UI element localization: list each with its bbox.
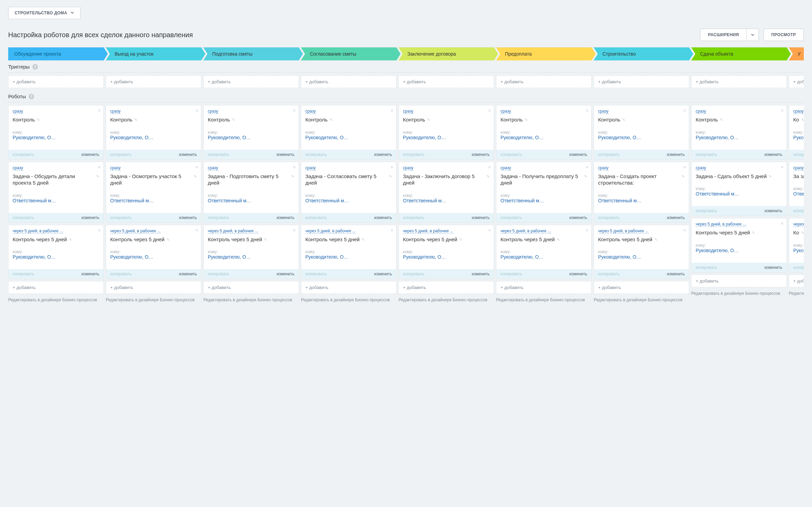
recipient-link[interactable]: Руководителю, О… (793, 135, 804, 140)
copy-button[interactable]: копировать (208, 215, 229, 220)
copy-button[interactable]: копировать (403, 272, 424, 276)
copy-button[interactable]: копировать (501, 272, 522, 276)
pencil-icon[interactable]: ✎ (622, 117, 625, 122)
recipient-link[interactable]: Руководителю, О… (793, 248, 804, 253)
pencil-icon[interactable]: ✎ (194, 174, 197, 179)
add-trigger-button[interactable]: + добавить (203, 75, 299, 88)
robot-timing-link[interactable]: через 5 дней, в рабочее ... (208, 229, 258, 234)
close-icon[interactable]: × (488, 228, 491, 233)
recipient-link[interactable]: Руководителю, О… (305, 254, 392, 260)
robot-timing-link[interactable]: сразу (793, 165, 804, 171)
copy-button[interactable]: копировать (110, 272, 132, 276)
robot-timing-link[interactable]: через 5 дней, в рабочее ... (305, 229, 356, 234)
recipient-link[interactable]: Ответственный м… (110, 198, 197, 203)
pencil-icon[interactable]: ✎ (752, 230, 755, 235)
stage-tab[interactable]: Сдача объекта (691, 47, 787, 60)
recipient-link[interactable]: Ответственный м… (13, 198, 99, 203)
change-button[interactable]: изменить (472, 215, 490, 220)
copy-button[interactable]: копировать (793, 208, 804, 213)
change-button[interactable]: изменить (472, 272, 490, 276)
help-icon[interactable]: ? (29, 94, 34, 99)
robot-timing-link[interactable]: сразу (598, 109, 609, 114)
extensions-dropdown-button[interactable] (746, 29, 759, 41)
recipient-link[interactable]: Руководителю, О… (598, 254, 685, 260)
close-icon[interactable]: × (195, 108, 198, 113)
recipient-link[interactable]: Руководителю, О… (403, 254, 490, 260)
recipient-link[interactable]: Ответственный м… (403, 198, 490, 203)
direction-dropdown[interactable]: СТРОИТЕЛЬСТВО ДОМА (8, 7, 81, 19)
copy-button[interactable]: копировать (501, 215, 522, 220)
close-icon[interactable]: × (781, 221, 784, 226)
pencil-icon[interactable]: ✎ (232, 117, 235, 122)
change-button[interactable]: изменить (569, 152, 587, 157)
pencil-icon[interactable]: ✎ (801, 117, 804, 122)
robot-timing-link[interactable]: через 5 дней, в рабочее ... (403, 229, 453, 234)
close-icon[interactable]: × (683, 228, 686, 233)
copy-button[interactable]: копировать (598, 272, 620, 276)
change-button[interactable]: изменить (277, 152, 294, 157)
recipient-link[interactable]: Руководителю, О… (598, 135, 685, 140)
add-trigger-button[interactable]: + добавить (8, 75, 104, 88)
recipient-link[interactable]: Руководителю, О… (110, 135, 197, 140)
robot-timing-link[interactable]: сразу (696, 109, 706, 114)
robot-timing-link[interactable]: сразу (305, 109, 316, 114)
robot-timing-link[interactable]: сразу (403, 165, 414, 171)
robot-timing-link[interactable]: через 5 дней, в рабочее ... (501, 229, 551, 234)
change-button[interactable]: изменить (179, 272, 197, 276)
pencil-icon[interactable]: ✎ (362, 237, 365, 242)
recipient-link[interactable]: Ответственный м… (501, 198, 587, 203)
robot-timing-link[interactable]: сразу (110, 165, 121, 171)
recipient-link[interactable]: Руководителю, О… (696, 248, 782, 253)
recipient-link[interactable]: Ответственный м… (305, 198, 392, 203)
add-robot-button[interactable]: + добавить (496, 281, 592, 294)
close-icon[interactable]: × (586, 164, 589, 170)
close-icon[interactable]: × (683, 164, 686, 170)
pencil-icon[interactable]: ✎ (525, 117, 528, 122)
robot-timing-link[interactable]: через 5 дней, в рабочее ... (598, 229, 649, 234)
close-icon[interactable]: × (391, 228, 393, 233)
change-button[interactable]: изменить (765, 152, 782, 157)
pencil-icon[interactable]: ✎ (96, 174, 99, 179)
pencil-icon[interactable]: ✎ (487, 174, 490, 179)
pencil-icon[interactable]: ✎ (427, 117, 430, 122)
change-button[interactable]: изменить (667, 215, 685, 220)
pencil-icon[interactable]: ✎ (459, 237, 462, 242)
add-trigger-button[interactable]: + добавить (594, 75, 689, 88)
add-trigger-button[interactable]: + добавить (691, 75, 787, 88)
robot-timing-link[interactable]: через 5 дней, в рабочее ... (110, 229, 161, 234)
recipient-link[interactable]: Руководителю, О… (13, 254, 99, 260)
add-robot-button[interactable]: + добавить (691, 275, 787, 287)
close-icon[interactable]: × (391, 108, 393, 113)
copy-button[interactable]: копировать (208, 272, 229, 276)
designer-link[interactable]: Редактировать в дизайнере Бизнес-процесс… (106, 297, 201, 303)
preview-button[interactable]: ПРОСМОТР (764, 29, 804, 41)
copy-button[interactable]: копировать (305, 152, 327, 157)
copy-button[interactable]: копировать (501, 152, 522, 157)
close-icon[interactable]: × (98, 228, 101, 233)
designer-link[interactable]: Редактировать в дизайнере Бизнес-процесс… (691, 291, 787, 296)
change-button[interactable]: изменить (374, 215, 392, 220)
recipient-link[interactable]: Руководителю, О… (208, 135, 294, 140)
close-icon[interactable]: × (98, 108, 101, 113)
stage-tab[interactable]: Обсуждение проекта (8, 47, 104, 60)
recipient-link[interactable]: Руководителю, О… (696, 135, 782, 140)
robot-timing-link[interactable]: сразу (501, 109, 511, 114)
robot-timing-link[interactable]: сразу (13, 165, 23, 171)
recipient-link[interactable]: Ответственный м… (208, 198, 294, 203)
add-robot-button[interactable]: + добавить (301, 281, 396, 294)
designer-link[interactable]: Редактировать в дизайнере Бизнес-процесс… (8, 297, 104, 303)
pencil-icon[interactable]: ✎ (291, 174, 294, 179)
robot-timing-link[interactable]: сразу (598, 165, 609, 171)
change-button[interactable]: изменить (82, 272, 99, 276)
designer-link[interactable]: Редактировать в дизайнере Бизнес-процесс… (496, 297, 592, 303)
change-button[interactable]: изменить (765, 208, 782, 213)
close-icon[interactable]: × (391, 164, 393, 170)
pencil-icon[interactable]: ✎ (69, 237, 72, 242)
pencil-icon[interactable]: ✎ (557, 237, 560, 242)
copy-button[interactable]: копировать (793, 265, 804, 270)
recipient-link[interactable]: Руководителю, О… (110, 254, 197, 260)
change-button[interactable]: изменить (277, 215, 294, 220)
extensions-button[interactable]: РАСШИРЕНИЯ (700, 29, 746, 41)
add-robot-button[interactable]: + добавить (398, 281, 494, 294)
close-icon[interactable]: × (586, 228, 589, 233)
